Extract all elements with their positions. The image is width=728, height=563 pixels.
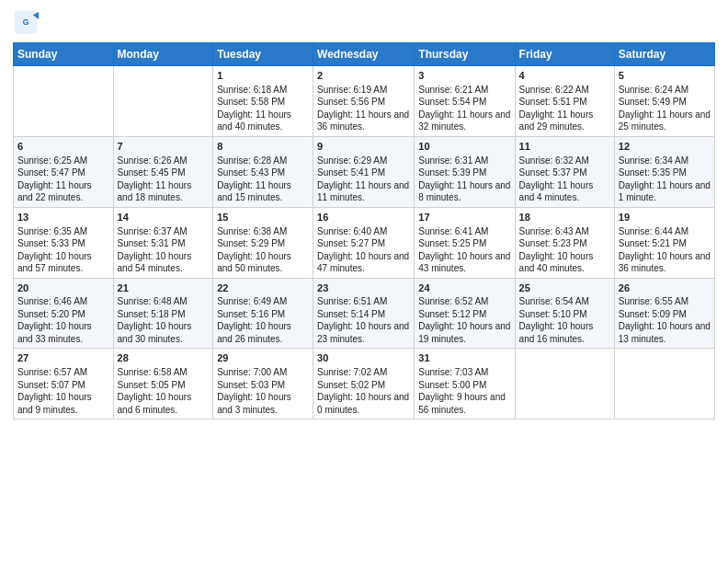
day-number: 24 xyxy=(418,282,510,295)
day-info: Sunrise: 6:25 AMSunset: 5:47 PMDaylight:… xyxy=(17,155,109,204)
day-number: 10 xyxy=(418,140,510,154)
day-number: 18 xyxy=(519,211,610,224)
day-of-week-header: Thursday xyxy=(415,43,515,66)
day-info: Sunrise: 6:46 AMSunset: 5:20 PMDaylight:… xyxy=(17,295,109,345)
day-info: Sunrise: 6:43 AMSunset: 5:23 PMDaylight:… xyxy=(519,225,610,275)
page: G SundayMondayTuesdayWednesdayThursdayFr… xyxy=(0,0,728,563)
day-info: Sunrise: 6:37 AMSunset: 5:31 PMDaylight:… xyxy=(118,225,210,275)
day-number: 3 xyxy=(418,69,510,83)
day-number: 30 xyxy=(317,351,410,365)
day-of-week-header: Monday xyxy=(113,43,213,66)
calendar-day-cell: 19Sunrise: 6:44 AMSunset: 5:21 PMDayligh… xyxy=(614,207,714,278)
day-info: Sunrise: 7:03 AMSunset: 5:00 PMDaylight:… xyxy=(418,366,510,416)
day-info: Sunrise: 6:35 AMSunset: 5:33 PMDaylight:… xyxy=(17,225,109,275)
calendar-day-cell: 1Sunrise: 6:18 AMSunset: 5:58 PMDaylight… xyxy=(213,66,313,137)
day-info: Sunrise: 6:32 AMSunset: 5:37 PMDaylight:… xyxy=(519,155,610,204)
day-info: Sunrise: 7:02 AMSunset: 5:02 PMDaylight:… xyxy=(317,366,410,416)
day-of-week-header: Friday xyxy=(515,43,614,66)
day-info: Sunrise: 6:44 AMSunset: 5:21 PMDaylight:… xyxy=(619,225,711,275)
day-info: Sunrise: 7:00 AMSunset: 5:03 PMDaylight:… xyxy=(217,366,309,416)
day-info: Sunrise: 6:19 AMSunset: 5:56 PMDaylight:… xyxy=(317,84,410,133)
day-info: Sunrise: 6:21 AMSunset: 5:54 PMDaylight:… xyxy=(418,84,510,133)
day-number: 15 xyxy=(217,211,309,224)
calendar-day-cell: 4Sunrise: 6:22 AMSunset: 5:51 PMDaylight… xyxy=(515,66,614,137)
day-info: Sunrise: 6:40 AMSunset: 5:27 PMDaylight:… xyxy=(317,225,410,275)
calendar-week-row: 6Sunrise: 6:25 AMSunset: 5:47 PMDaylight… xyxy=(14,136,715,207)
day-info: Sunrise: 6:29 AMSunset: 5:41 PMDaylight:… xyxy=(317,155,410,204)
day-number: 23 xyxy=(317,282,410,295)
day-of-week-header: Wednesday xyxy=(313,43,415,66)
day-number: 1 xyxy=(217,69,309,83)
day-number: 27 xyxy=(17,351,109,365)
day-number: 28 xyxy=(118,351,210,365)
calendar-day-cell: 9Sunrise: 6:29 AMSunset: 5:41 PMDaylight… xyxy=(313,136,415,207)
day-number: 11 xyxy=(519,140,610,154)
day-info: Sunrise: 6:41 AMSunset: 5:25 PMDaylight:… xyxy=(418,225,510,275)
day-number: 7 xyxy=(118,140,210,154)
calendar-day-cell: 29Sunrise: 7:00 AMSunset: 5:03 PMDayligh… xyxy=(213,349,313,419)
day-info: Sunrise: 6:26 AMSunset: 5:45 PMDaylight:… xyxy=(118,155,210,204)
calendar-day-cell: 27Sunrise: 6:57 AMSunset: 5:07 PMDayligh… xyxy=(14,349,114,419)
day-info: Sunrise: 6:38 AMSunset: 5:29 PMDaylight:… xyxy=(217,225,309,275)
calendar-day-cell xyxy=(614,349,714,419)
calendar-day-cell: 25Sunrise: 6:54 AMSunset: 5:10 PMDayligh… xyxy=(515,278,614,349)
calendar-day-cell: 22Sunrise: 6:49 AMSunset: 5:16 PMDayligh… xyxy=(213,278,313,349)
calendar-day-cell: 6Sunrise: 6:25 AMSunset: 5:47 PMDaylight… xyxy=(14,136,114,207)
logo: G xyxy=(13,9,42,35)
calendar-day-cell: 13Sunrise: 6:35 AMSunset: 5:33 PMDayligh… xyxy=(14,207,114,278)
day-of-week-header: Saturday xyxy=(614,43,714,66)
calendar-week-row: 1Sunrise: 6:18 AMSunset: 5:58 PMDaylight… xyxy=(14,66,715,137)
header: G xyxy=(13,9,715,35)
calendar-day-cell xyxy=(515,349,614,419)
day-number: 31 xyxy=(418,351,510,365)
day-number: 4 xyxy=(519,69,610,83)
calendar-day-cell: 12Sunrise: 6:34 AMSunset: 5:35 PMDayligh… xyxy=(614,136,714,207)
calendar-week-row: 20Sunrise: 6:46 AMSunset: 5:20 PMDayligh… xyxy=(14,278,715,349)
day-number: 21 xyxy=(118,282,210,295)
day-info: Sunrise: 6:31 AMSunset: 5:39 PMDaylight:… xyxy=(418,155,510,204)
day-info: Sunrise: 6:54 AMSunset: 5:10 PMDaylight:… xyxy=(519,295,610,345)
calendar-day-cell: 17Sunrise: 6:41 AMSunset: 5:25 PMDayligh… xyxy=(415,207,515,278)
day-number: 12 xyxy=(619,140,711,154)
day-info: Sunrise: 6:51 AMSunset: 5:14 PMDaylight:… xyxy=(317,295,410,345)
calendar-day-cell: 15Sunrise: 6:38 AMSunset: 5:29 PMDayligh… xyxy=(213,207,313,278)
svg-text:G: G xyxy=(23,17,29,27)
calendar-day-cell: 24Sunrise: 6:52 AMSunset: 5:12 PMDayligh… xyxy=(415,278,515,349)
day-info: Sunrise: 6:57 AMSunset: 5:07 PMDaylight:… xyxy=(17,366,109,416)
day-info: Sunrise: 6:34 AMSunset: 5:35 PMDaylight:… xyxy=(619,155,711,204)
calendar-day-cell: 7Sunrise: 6:26 AMSunset: 5:45 PMDaylight… xyxy=(113,136,213,207)
calendar-day-cell: 26Sunrise: 6:55 AMSunset: 5:09 PMDayligh… xyxy=(614,278,714,349)
calendar-day-cell: 23Sunrise: 6:51 AMSunset: 5:14 PMDayligh… xyxy=(313,278,415,349)
day-of-week-header: Sunday xyxy=(14,43,114,66)
calendar-day-cell: 20Sunrise: 6:46 AMSunset: 5:20 PMDayligh… xyxy=(14,278,114,349)
day-info: Sunrise: 6:22 AMSunset: 5:51 PMDaylight:… xyxy=(519,84,610,133)
calendar-day-cell: 14Sunrise: 6:37 AMSunset: 5:31 PMDayligh… xyxy=(113,207,213,278)
day-of-week-header: Tuesday xyxy=(213,43,313,66)
day-number: 26 xyxy=(619,282,711,295)
calendar-day-cell: 5Sunrise: 6:24 AMSunset: 5:49 PMDaylight… xyxy=(614,66,714,137)
day-number: 13 xyxy=(17,211,109,224)
calendar-day-cell: 3Sunrise: 6:21 AMSunset: 5:54 PMDaylight… xyxy=(415,66,515,137)
day-info: Sunrise: 6:28 AMSunset: 5:43 PMDaylight:… xyxy=(217,155,309,204)
day-number: 17 xyxy=(418,211,510,224)
calendar-day-cell: 11Sunrise: 6:32 AMSunset: 5:37 PMDayligh… xyxy=(515,136,614,207)
day-number: 19 xyxy=(619,211,711,224)
day-number: 5 xyxy=(619,69,711,83)
day-number: 6 xyxy=(17,140,109,154)
calendar-day-cell xyxy=(14,66,114,137)
calendar-header-row: SundayMondayTuesdayWednesdayThursdayFrid… xyxy=(14,43,715,66)
calendar-day-cell: 31Sunrise: 7:03 AMSunset: 5:00 PMDayligh… xyxy=(415,349,515,419)
calendar-day-cell: 21Sunrise: 6:48 AMSunset: 5:18 PMDayligh… xyxy=(113,278,213,349)
day-info: Sunrise: 6:49 AMSunset: 5:16 PMDaylight:… xyxy=(217,295,309,345)
logo-icon: G xyxy=(13,9,39,35)
calendar-day-cell xyxy=(113,66,213,137)
day-info: Sunrise: 6:52 AMSunset: 5:12 PMDaylight:… xyxy=(418,295,510,345)
calendar-day-cell: 10Sunrise: 6:31 AMSunset: 5:39 PMDayligh… xyxy=(415,136,515,207)
day-number: 22 xyxy=(217,282,309,295)
day-info: Sunrise: 6:24 AMSunset: 5:49 PMDaylight:… xyxy=(619,84,711,133)
day-number: 9 xyxy=(317,140,410,154)
calendar-table: SundayMondayTuesdayWednesdayThursdayFrid… xyxy=(13,42,715,419)
calendar-week-row: 13Sunrise: 6:35 AMSunset: 5:33 PMDayligh… xyxy=(14,207,715,278)
calendar-day-cell: 30Sunrise: 7:02 AMSunset: 5:02 PMDayligh… xyxy=(313,349,415,419)
calendar-day-cell: 8Sunrise: 6:28 AMSunset: 5:43 PMDaylight… xyxy=(213,136,313,207)
